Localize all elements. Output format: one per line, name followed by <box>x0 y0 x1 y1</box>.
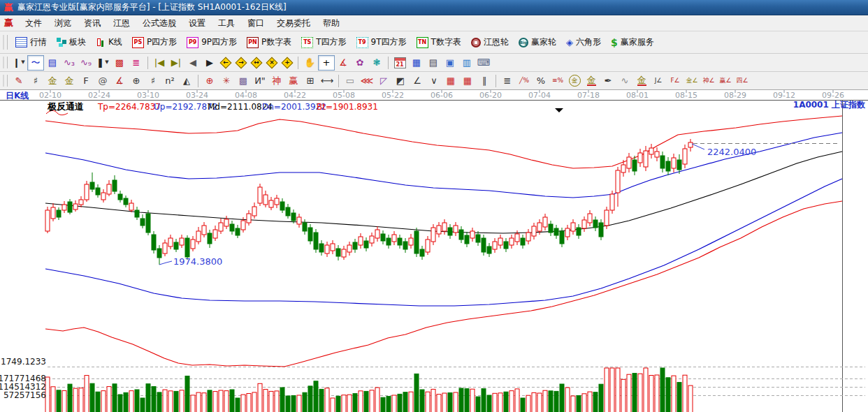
shen-angle-icon[interactable]: 神∠ <box>700 73 717 89</box>
sector-blocks-button[interactable]: 板块 <box>52 34 91 50</box>
nine-t-square-button[interactable]: T99T四方形 <box>352 34 412 50</box>
wave-9-icon[interactable]: ∿₉ <box>78 55 94 71</box>
web-grid-icon[interactable]: ▩ <box>235 73 252 89</box>
gold-ratio2-icon[interactable]: 金 <box>61 73 78 89</box>
date-label: 08-01 <box>626 91 649 100</box>
rect-tool-icon[interactable]: ▭ <box>342 73 359 89</box>
diamond-left-icon[interactable]: ← <box>218 55 233 71</box>
f-angle-icon[interactable]: F∠ <box>667 73 683 89</box>
net-computer-icon[interactable]: ▥ <box>458 55 475 71</box>
red-grid2-icon[interactable]: ▦ <box>459 73 476 89</box>
menu-item-6[interactable]: 工具 <box>212 16 241 31</box>
calendar-icon[interactable]: 21 <box>391 55 408 71</box>
diamond-both-icon[interactable]: ↔ <box>249 55 264 71</box>
gold-circle-icon[interactable]: 金 <box>566 73 583 89</box>
next-page-icon[interactable]: ▶ <box>201 55 218 71</box>
icon-glyph: ♯ <box>151 76 155 85</box>
trend-curve-icon[interactable]: 〜 <box>27 55 44 71</box>
diamond-right-icon[interactable]: → <box>233 55 249 71</box>
p-number-table-button[interactable]: PNP数字表 <box>242 34 296 50</box>
diamond-cross-icon[interactable]: × <box>264 55 280 71</box>
gold-line-icon[interactable]: 金 <box>633 73 650 89</box>
pattern-red-icon[interactable]: ▩ <box>111 55 128 71</box>
first-page-icon[interactable]: |◀ <box>151 55 168 71</box>
zigzag-icon[interactable]: ∨ <box>426 73 442 89</box>
prev-page-icon[interactable]: ◀ <box>185 55 201 71</box>
p-square-button[interactable]: PSP四方形 <box>127 34 182 50</box>
wave-band-icon[interactable]: ∿ <box>616 73 633 89</box>
percent-levels-icon[interactable]: ≡% <box>549 73 566 89</box>
wave-3-icon[interactable]: ∿₃ <box>61 55 78 71</box>
icon-glyph: ⌨ <box>477 58 491 67</box>
menu-item-7[interactable]: 窗口 <box>241 16 270 31</box>
brush-red-icon[interactable]: ✎ <box>10 73 27 89</box>
gann-circle-icon[interactable]: ⊕ <box>128 73 145 89</box>
fan-lines-icon[interactable]: ⋘ <box>359 73 375 89</box>
target-circle-icon[interactable]: ⊕ <box>201 73 218 89</box>
menu-item-5[interactable]: 设置 <box>182 16 212 31</box>
t-square-icon: TS <box>301 37 313 48</box>
n-square-icon[interactable]: n² <box>161 73 178 89</box>
t-number-table-button[interactable]: TNT数字表 <box>412 34 466 50</box>
percent-icon[interactable]: % <box>533 73 549 89</box>
shen-tool-icon[interactable]: 神 <box>268 73 285 89</box>
nine-p-square-button[interactable]: P99P四方形 <box>182 34 242 50</box>
last-page-icon[interactable]: ▶| <box>168 55 185 71</box>
gold-ratio-icon[interactable]: 金 <box>44 73 61 89</box>
ink-brush-icon[interactable]: ✒ <box>600 73 616 89</box>
box-diag-icon[interactable]: ◩ <box>392 73 409 89</box>
menu-item-2[interactable]: 资讯 <box>78 16 107 31</box>
ying-tool-icon[interactable]: 赢 <box>285 73 302 89</box>
winner-wheel-button[interactable]: Big赢家轮 <box>514 34 561 50</box>
menu-item-9[interactable]: 帮助 <box>317 16 346 31</box>
notes-icon[interactable]: ▤ <box>425 55 442 71</box>
diamond-plus-icon[interactable]: + <box>280 55 295 71</box>
single-candle-dropdown[interactable]: ❚▼ <box>94 55 111 71</box>
menu-item-0[interactable]: 文件 <box>19 16 48 31</box>
info-f10-icon[interactable]: ▤ <box>44 55 61 71</box>
percent-line-icon[interactable]: ╱% <box>516 73 533 89</box>
pattern-leaf-icon[interactable]: ❃ <box>368 55 385 71</box>
fibonacci-ruler-icon[interactable]: F <box>78 73 94 89</box>
menu-item-8[interactable]: 交易委托 <box>270 16 317 31</box>
kline-button[interactable]: K线 <box>91 34 127 50</box>
hexagon-button[interactable]: ◈六角形 <box>561 34 606 50</box>
grid-ruler-icon[interactable]: ♯ <box>27 73 44 89</box>
angle-measure-icon[interactable]: ∡ <box>335 55 352 71</box>
spider-web-icon[interactable]: ✳ <box>218 73 235 89</box>
menu-item-1[interactable]: 浏览 <box>48 16 78 31</box>
arc-tool-icon[interactable]: ◭ <box>178 73 195 89</box>
menu-item-3[interactable]: 江恩 <box>107 16 136 31</box>
gann-wheel-button[interactable]: 江恩轮 <box>466 34 514 50</box>
pan-hand-icon[interactable]: ✋ <box>301 55 318 71</box>
fan-box-icon[interactable]: ◸ <box>375 73 392 89</box>
menu-item-4[interactable]: 公式选股 <box>136 16 182 31</box>
count-bars-icon[interactable]: ≣ <box>499 73 516 89</box>
gold-angle-icon[interactable]: 金∠ <box>683 73 700 89</box>
number-grid-icon[interactable]: ⊞ <box>302 73 319 89</box>
icon-glyph: ▩ <box>239 76 247 85</box>
t-square-button[interactable]: TST四方形 <box>296 34 351 50</box>
gold-levels-icon[interactable]: 金 <box>583 73 600 89</box>
save-icon[interactable]: ▣ <box>442 55 458 71</box>
crosshair-icon[interactable]: + <box>318 55 335 71</box>
calculator-icon[interactable]: ▦ <box>408 55 425 71</box>
trend-angle-icon[interactable]: ∠ <box>409 73 426 89</box>
parallel-lines-icon[interactable]: ∥ <box>476 73 493 89</box>
period-candle-dropdown[interactable]: ❙▼ <box>10 55 27 71</box>
ruler-lines-icon[interactable]: ♯ <box>145 73 161 89</box>
ying-angle-icon[interactable]: 赢∠ <box>717 73 734 89</box>
j-angle-icon[interactable]: J∠ <box>650 73 667 89</box>
angle-tool-icon[interactable]: ∡ <box>111 73 128 89</box>
red-grid-icon[interactable]: ▦ <box>442 73 459 89</box>
computer-icon[interactable]: ⌨ <box>475 55 492 71</box>
chart-canvas[interactable]: 02-1002-2403-1003-2404-0804-2205-0805-22… <box>0 90 868 412</box>
quote-grid-button[interactable]: 行情 <box>10 34 52 50</box>
spiral-icon[interactable]: @ <box>94 73 111 89</box>
color-histogram-icon[interactable]: ≣ <box>128 55 145 71</box>
si-angle-icon[interactable]: 四∠ <box>734 73 751 89</box>
service-dollar-button[interactable]: $赢家服务 <box>606 34 659 50</box>
n-mark-icon[interactable]: И" <box>252 73 268 89</box>
draw-flower-icon[interactable]: ✿ <box>352 55 368 71</box>
width-measure-icon[interactable]: ⟷ <box>319 73 335 89</box>
